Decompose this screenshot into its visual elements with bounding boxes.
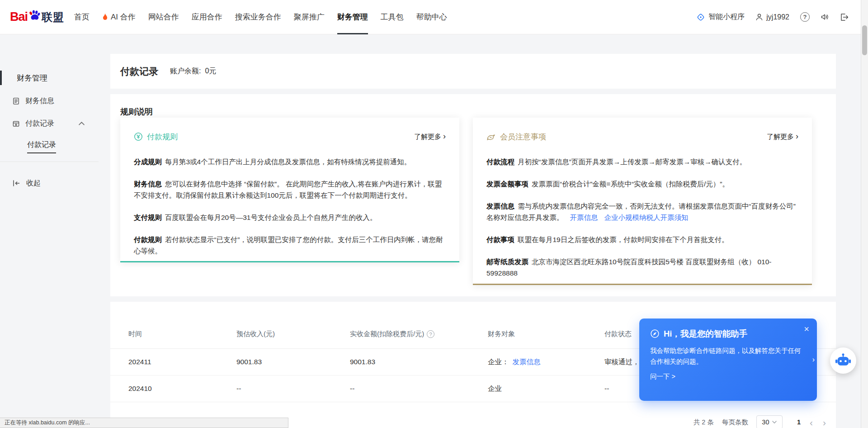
cell-time: 202411	[128, 358, 236, 366]
cell-entity: 企业	[488, 384, 604, 394]
member-notes-title: 会员注意事项	[500, 132, 546, 142]
cell-entity: 企业： 发票信息	[488, 357, 604, 367]
rule-label: 支付规则	[134, 214, 162, 221]
rule-paragraph: 付款规则若付款状态显示“已支付”，说明联盟已安排了您的付款。支付后三个工作日内到…	[134, 234, 446, 257]
nav-item-label: AI 合作	[111, 12, 136, 22]
nav-item-home[interactable]: 首页	[68, 0, 96, 34]
top-navbar: Bai 联盟 首页 AI 合作 网站合作 应用合作 搜索业务合作 聚屏推广 财务…	[0, 0, 868, 34]
payment-rules-title: 付款规则	[147, 132, 178, 142]
username: jyj1992	[766, 13, 789, 21]
sidebar-collapse-button[interactable]: 收起	[0, 176, 110, 190]
sidebar: 财务管理 财务信息 付款记录 付款记录 收起	[0, 34, 110, 428]
flame-icon	[102, 13, 108, 21]
ask-now-link[interactable]: 问一下 >	[650, 372, 675, 381]
chevron-right-icon[interactable]: ›	[812, 356, 815, 364]
caret-down-icon	[772, 421, 777, 423]
logo-text-union: 联盟	[42, 10, 64, 24]
nav-item-website-cooperation[interactable]: 网站合作	[142, 0, 185, 34]
sidebar-item-label: 财务信息	[25, 96, 54, 106]
compass-icon	[650, 329, 660, 338]
next-page-button[interactable]: ›	[822, 418, 827, 427]
column-header-actual-amount: 实收金额(扣除税费后/元) ?	[350, 330, 488, 338]
bird-icon	[486, 133, 496, 141]
nav-item-app-cooperation[interactable]: 应用合作	[185, 0, 229, 34]
nav-item-screen-promotion[interactable]: 聚屏推广	[288, 0, 331, 34]
rule-text: 若付款状态显示“已支付”，说明联盟已安排了您的付款。支付后三个工作日内到帐，请您…	[134, 236, 443, 255]
rules-section-title: 规则说明	[120, 106, 153, 117]
account-balance: 账户余额: 0元	[170, 67, 216, 76]
payment-rules-header: 付款规则 了解更多 ›	[134, 131, 446, 142]
close-icon[interactable]: ×	[804, 324, 809, 333]
status-text: 正在等待 xlab.baidu.com 的响应...	[5, 419, 90, 427]
nav-item-ai-cooperation[interactable]: AI 合作	[96, 0, 142, 34]
column-header-time: 时间	[128, 330, 236, 338]
page-size-label: 每页条数	[722, 418, 748, 427]
rules-section: 规则说明 付款规则 了解更多 › 分成规则每月第3或4个工作日产出上月分成信息及…	[110, 94, 836, 296]
assistant-message: 我会帮助您诊断合作链路问题，以及解答您关于任何合作相关的问题。	[650, 345, 801, 367]
coin-icon	[134, 132, 143, 141]
sidebar-section-finance-management[interactable]: 财务管理	[0, 71, 110, 85]
miniprogram-icon	[696, 13, 705, 22]
rule-label: 发票信息	[486, 202, 514, 210]
rule-paragraph: 发票信息需与系统内发票信息内容完全一致，否则无法支付。请根据发票信息页面中“百度…	[486, 200, 798, 223]
user-account[interactable]: jyj1992	[755, 13, 789, 21]
sound-icon[interactable]	[821, 13, 829, 21]
miniprogram-label: 智能小程序	[708, 12, 745, 22]
invoice-info-link[interactable]: 开票信息	[570, 214, 598, 221]
navbar-right-group: 智能小程序 jyj1992 ?	[696, 12, 858, 22]
rule-label: 发票金额事项	[486, 180, 528, 188]
rule-label: 邮寄纸质发票	[486, 258, 528, 266]
page-header-card: 付款记录 账户余额: 0元	[110, 54, 836, 89]
paw-icon	[28, 10, 41, 21]
chevron-right-icon: ›	[443, 132, 446, 140]
assistant-popup: Hi，我是您的智能助手 × 我会帮助您诊断合作链路问题，以及解答您关于任何合作相…	[639, 319, 817, 401]
rule-label: 付款事项	[486, 236, 514, 243]
sidebar-divider	[0, 162, 99, 162]
nav-item-toolkit[interactable]: 工具包	[374, 0, 410, 34]
cell-estimated: 9001.83	[236, 358, 350, 366]
info-icon[interactable]: ?	[427, 330, 434, 338]
column-header-estimated-income: 预估收入(元)	[236, 330, 350, 338]
nav-item-search-cooperation[interactable]: 搜索业务合作	[229, 0, 288, 34]
baidu-union-logo[interactable]: Bai 联盟	[10, 10, 64, 24]
member-notes-more-link[interactable]: 了解更多 ›	[767, 133, 798, 141]
payment-rules-card: 付款规则 了解更多 › 分成规则每月第3或4个工作日产出上月分成信息及发票信息，…	[120, 118, 459, 262]
browser-status-bar: 正在等待 xlab.baidu.com 的响应...	[0, 418, 288, 428]
scrollbar-thumb[interactable]	[862, 25, 867, 55]
nav-item-finance-management[interactable]: 财务管理	[331, 0, 374, 34]
help-icon[interactable]: ?	[800, 12, 810, 22]
rule-label: 财务信息	[134, 180, 162, 188]
rule-text: 每月第3或4个工作日产出上月分成信息及发票信息，如有特殊情况将提前通知。	[165, 158, 411, 166]
sidebar-item-payment-records[interactable]: 付款记录	[0, 116, 110, 131]
sidebar-item-label: 付款记录	[25, 119, 54, 128]
collapse-icon	[12, 180, 20, 186]
page-title: 付款记录	[120, 65, 158, 78]
sidebar-subitem-payment-records[interactable]: 付款记录	[27, 140, 56, 153]
nav-item-help-center[interactable]: 帮助中心	[410, 0, 453, 34]
prev-page-button[interactable]: ‹	[809, 418, 814, 427]
logout-icon[interactable]	[840, 13, 848, 21]
rule-paragraph: 支付规则百度联盟会在每月20号—31号支付企业会员上个自然月产生的收入。	[134, 212, 446, 223]
page-size-select[interactable]: 30	[756, 415, 783, 428]
rule-label: 付款规则	[134, 236, 162, 243]
robot-icon	[834, 352, 852, 370]
current-page[interactable]: 1	[797, 418, 801, 426]
rule-text: 北京市海淀区西北旺东路10号院百度科技园5号楼 百度联盟财务组（收） 010-5…	[486, 258, 772, 277]
small-taxpayer-notice-link[interactable]: 企业小规模纳税人开票须知	[604, 214, 689, 221]
rule-label: 分成规则	[134, 158, 162, 166]
rule-paragraph: 邮寄纸质发票北京市海淀区西北旺东路10号院百度科技园5号楼 百度联盟财务组（收）…	[486, 256, 798, 279]
document-icon	[12, 97, 20, 105]
rule-paragraph: 付款事项联盟在每月19日之后签收的发票，付款时间安排在下个月首批支付。	[486, 234, 798, 245]
rule-text: 发票票面“价税合计”金额=系统中“实收金额（扣除税费后/元）”。	[532, 180, 729, 188]
assistant-robot-avatar[interactable]	[830, 347, 856, 374]
rule-label: 付款流程	[486, 158, 514, 166]
miniprogram-entry[interactable]: 智能小程序	[696, 12, 745, 22]
rule-text: 月初按“发票信息”页面开具发票→上传发票→邮寄发票→审核→确认支付。	[518, 158, 746, 166]
payment-rules-more-link[interactable]: 了解更多 ›	[414, 133, 446, 141]
scrollbar	[861, 0, 868, 428]
collapse-label: 收起	[26, 179, 41, 188]
member-notes-header: 会员注意事项 了解更多 ›	[486, 131, 798, 142]
invoice-detail-link[interactable]: 发票信息	[513, 357, 541, 367]
sidebar-item-finance-info[interactable]: 财务信息	[0, 94, 110, 108]
cell-actual: 9001.83	[350, 358, 488, 366]
